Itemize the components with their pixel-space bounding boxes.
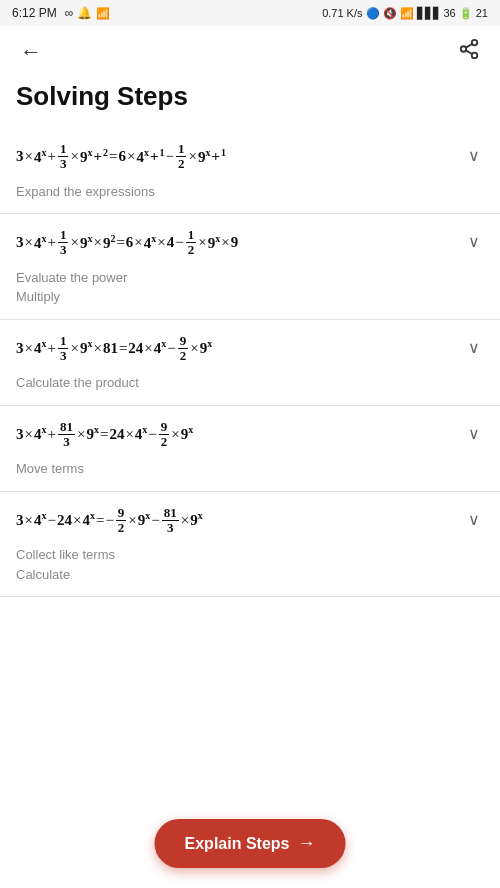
svg-line-3: [466, 50, 472, 54]
status-bar-left: 6:12 PM ∞ 🔔 📶: [12, 6, 110, 20]
bluetooth-icon: 🔵: [366, 7, 380, 20]
chevron-3[interactable]: ∨: [464, 336, 484, 359]
chevron-4[interactable]: ∨: [464, 422, 484, 445]
chevron-5[interactable]: ∨: [464, 508, 484, 531]
step-equation-3: 3×4x + 13 ×9x ×81 = 24×4x − 92 ×9x: [16, 334, 464, 364]
signal-bars: ▋▋▋: [417, 7, 441, 20]
step-equation-row-1: 3×4x + 13 ×9x+2 = 6×4x+1 − 12 ×9x+1 ∨: [0, 128, 500, 182]
battery-level: 21: [476, 7, 488, 19]
status-bar-right: 0.71 K/s 🔵 🔇 📶 ▋▋▋ 36 🔋 21: [322, 7, 488, 20]
network-type: 36: [444, 7, 456, 19]
time-display: 6:12 PM: [12, 6, 57, 20]
explain-button-container: Explain Steps →: [155, 819, 346, 868]
mute-icon: 🔇: [383, 7, 397, 20]
wifi-icon: 📶: [400, 7, 414, 20]
step-label-1: Expand the expressions: [0, 182, 500, 214]
step-label-5: Collect like termsCalculate: [0, 545, 500, 596]
sim-icon: 📶: [96, 7, 110, 20]
page-title: Solving Steps: [0, 77, 500, 128]
step-equation-4: 3×4x + 813 ×9x = 24×4x − 92 ×9x: [16, 420, 464, 450]
chevron-2[interactable]: ∨: [464, 230, 484, 253]
notification-icon: 🔔: [77, 6, 92, 20]
step-section-4: 3×4x + 813 ×9x = 24×4x − 92 ×9x ∨ Move t…: [0, 406, 500, 492]
step-equation-row-5: 3×4x − 24×4x = − 92 ×9x − 813 ×9x ∨: [0, 492, 500, 546]
top-navigation: ←: [0, 26, 500, 77]
share-button[interactable]: [454, 34, 484, 69]
step-section-1: 3×4x + 13 ×9x+2 = 6×4x+1 − 12 ×9x+1 ∨ Ex…: [0, 128, 500, 214]
step-label-4: Move terms: [0, 459, 500, 491]
step-equation-5: 3×4x − 24×4x = − 92 ×9x − 813 ×9x: [16, 506, 464, 536]
back-button[interactable]: ←: [16, 35, 46, 69]
infinity-icon: ∞: [65, 6, 74, 20]
explain-steps-label: Explain Steps: [185, 835, 290, 853]
step-section-2: 3×4x + 13 ×9x ×92 = 6×4x×4 − 12 ×9x×9 ∨ …: [0, 214, 500, 320]
speed-indicator: 0.71 K/s: [322, 7, 362, 19]
step-equation-1: 3×4x + 13 ×9x+2 = 6×4x+1 − 12 ×9x+1: [16, 142, 464, 172]
step-section-3: 3×4x + 13 ×9x ×81 = 24×4x − 92 ×9x ∨ Cal…: [0, 320, 500, 406]
battery-icon: 🔋: [459, 7, 473, 20]
svg-line-4: [466, 44, 472, 48]
step-label-2: Evaluate the powerMultiply: [0, 268, 500, 319]
step-equation-row-3: 3×4x + 13 ×9x ×81 = 24×4x − 92 ×9x ∨: [0, 320, 500, 374]
chevron-1[interactable]: ∨: [464, 144, 484, 167]
step-section-5: 3×4x − 24×4x = − 92 ×9x − 813 ×9x ∨ Coll…: [0, 492, 500, 598]
step-label-3: Calculate the product: [0, 373, 500, 405]
step-equation-row-2: 3×4x + 13 ×9x ×92 = 6×4x×4 − 12 ×9x×9 ∨: [0, 214, 500, 268]
step-equation-row-4: 3×4x + 813 ×9x = 24×4x − 92 ×9x ∨: [0, 406, 500, 460]
status-bar: 6:12 PM ∞ 🔔 📶 0.71 K/s 🔵 🔇 📶 ▋▋▋ 36 🔋 21: [0, 0, 500, 26]
explain-steps-arrow: →: [297, 833, 315, 854]
step-equation-2: 3×4x + 13 ×9x ×92 = 6×4x×4 − 12 ×9x×9: [16, 228, 464, 258]
explain-steps-button[interactable]: Explain Steps →: [155, 819, 346, 868]
